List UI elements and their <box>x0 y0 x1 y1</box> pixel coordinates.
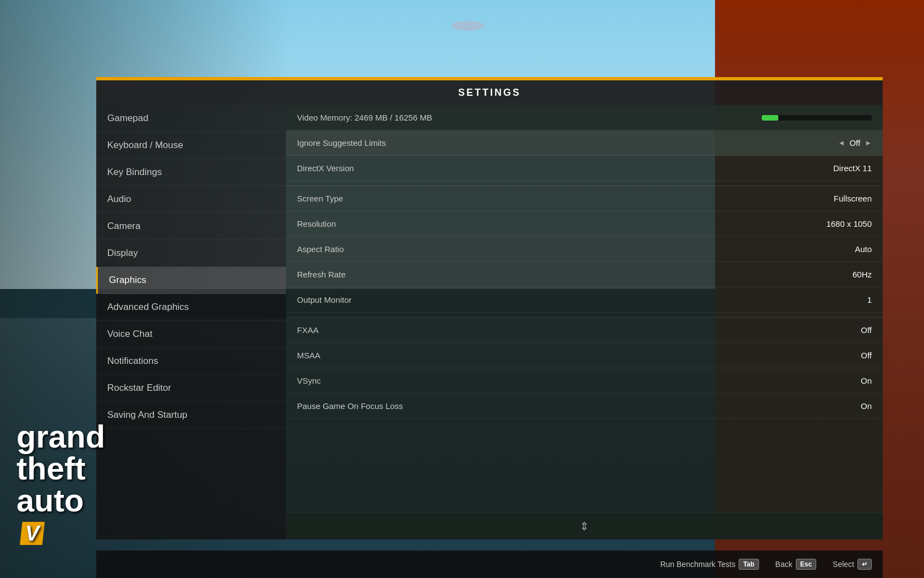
bottom-action-label-benchmark: Run Benchmark Tests <box>660 560 735 569</box>
row-value-refresh-rate: 60Hz <box>853 270 872 279</box>
sidebar-item-gamepad[interactable]: Gamepad <box>96 105 286 132</box>
row-value-fxaa: Off <box>861 325 872 335</box>
row-label-ignore-suggested: Ignore Suggested Limits <box>297 138 838 148</box>
arrow-right-icon[interactable]: ► <box>865 139 872 147</box>
sidebar-item-camera[interactable]: Camera <box>96 213 286 240</box>
settings-row-aspect-ratio[interactable]: Aspect RatioAuto <box>286 237 883 262</box>
bottom-action-label-back: Back <box>776 560 793 569</box>
settings-row-msaa[interactable]: MSAAOff <box>286 343 883 368</box>
sidebar-item-voice-chat[interactable]: Voice Chat <box>96 321 286 348</box>
row-label-output-monitor: Output Monitor <box>297 295 867 304</box>
logo-grand: grand <box>16 421 105 452</box>
blimp <box>451 21 484 31</box>
bottom-action-back[interactable]: BackEsc <box>776 559 816 570</box>
sidebar-item-saving-startup[interactable]: Saving And Startup <box>96 402 286 429</box>
row-value-resolution: 924 x 578 <box>826 219 872 228</box>
settings-row-refresh-rate[interactable]: Refresh Rate60Hz <box>286 262 883 287</box>
video-memory-row: Video Memory: 2469 MB / 16256 MB <box>286 105 883 130</box>
arrow-left-icon[interactable]: ◄ <box>838 139 845 147</box>
right-panel: Video Memory: 2469 MB / 16256 MB Ignore … <box>286 105 883 539</box>
sidebar-item-audio[interactable]: Audio <box>96 186 286 213</box>
scroll-arrows-icon: ⇕ <box>580 520 589 533</box>
row-value-pause-focus-loss: On <box>861 401 872 411</box>
key-badge-select: ↵ <box>857 559 872 570</box>
row-label-refresh-rate: Refresh Rate <box>297 270 853 279</box>
settings-row-ignore-suggested[interactable]: Ignore Suggested Limits◄Off► <box>286 130 883 156</box>
sidebar-item-key-bindings[interactable]: Key Bindings <box>96 159 286 186</box>
row-label-vsync: VSync <box>297 376 861 385</box>
settings-row-screen-type[interactable]: Screen TypeFullscreen <box>286 186 883 211</box>
gta-logo: grand theft auto V <box>16 421 105 545</box>
row-value-directx-version: DirectX 11 <box>833 163 872 173</box>
value-text-ignore-suggested: Off <box>849 138 860 148</box>
video-memory-label: Video Memory: 2469 MB / 16256 MB <box>297 113 762 122</box>
sidebar: GamepadKeyboard / MouseKey BindingsAudio… <box>96 105 286 539</box>
row-label-pause-focus-loss: Pause Game On Focus Loss <box>297 401 861 411</box>
logo-five: V <box>16 516 45 545</box>
row-value-msaa: Off <box>861 351 872 360</box>
row-label-aspect-ratio: Aspect Ratio <box>297 244 855 254</box>
memory-bar-fill <box>762 115 778 121</box>
row-value-screen-type: Fullscreen <box>834 194 872 203</box>
logo-theft: theft <box>16 452 105 484</box>
settings-row-directx-version[interactable]: DirectX VersionDirectX 11 <box>286 156 883 181</box>
settings-row-fxaa[interactable]: FXAAOff <box>286 317 883 343</box>
row-label-directx-version: DirectX Version <box>297 163 833 173</box>
settings-title: SETTINGS <box>96 80 883 105</box>
settings-list: Ignore Suggested Limits◄Off►DirectX Vers… <box>286 130 883 512</box>
settings-row-resolution[interactable]: Resolution1680 x 1050 <box>286 211 883 237</box>
row-label-resolution: Resolution <box>297 219 826 228</box>
sidebar-item-display[interactable]: Display <box>96 240 286 267</box>
settings-row-output-monitor[interactable]: Output Monitor1 <box>286 287 883 313</box>
row-label-screen-type: Screen Type <box>297 194 834 203</box>
memory-bar-container <box>762 115 872 121</box>
bottom-action-benchmark[interactable]: Run Benchmark TestsTab <box>660 559 758 570</box>
main-content: GamepadKeyboard / MouseKey BindingsAudio… <box>96 105 883 539</box>
bottom-action-select[interactable]: Select↵ <box>833 559 872 570</box>
row-label-msaa: MSAA <box>297 351 861 360</box>
bottom-action-label-select: Select <box>833 560 854 569</box>
row-value-output-monitor: 1 <box>867 295 872 304</box>
sidebar-item-graphics[interactable]: Graphics <box>96 267 286 294</box>
sidebar-item-notifications[interactable]: Notifications <box>96 348 286 375</box>
settings-row-pause-focus-loss[interactable]: Pause Game On Focus LossOn <box>286 394 883 419</box>
settings-panel: SETTINGS GamepadKeyboard / MouseKey Bind… <box>96 77 883 539</box>
key-badge-benchmark: Tab <box>739 559 758 570</box>
row-value-aspect-ratio: Auto <box>855 244 872 254</box>
sidebar-item-advanced-graphics[interactable]: Advanced Graphics <box>96 294 286 321</box>
sidebar-item-rockstar-editor[interactable]: Rockstar Editor <box>96 375 286 402</box>
logo-auto: auto <box>16 484 105 516</box>
row-value-ignore-suggested: ◄Off► <box>838 138 872 148</box>
settings-row-vsync[interactable]: VSyncOn <box>286 368 883 394</box>
row-value-vsync: On <box>861 376 872 385</box>
key-badge-back: Esc <box>796 559 816 570</box>
scroll-indicator[interactable]: ⇕ <box>286 512 883 539</box>
row-label-fxaa: FXAA <box>297 325 861 335</box>
sidebar-item-keyboard-mouse[interactable]: Keyboard / Mouse <box>96 132 286 159</box>
bottom-bar: Run Benchmark TestsTabBackEscSelect↵ <box>96 550 883 578</box>
